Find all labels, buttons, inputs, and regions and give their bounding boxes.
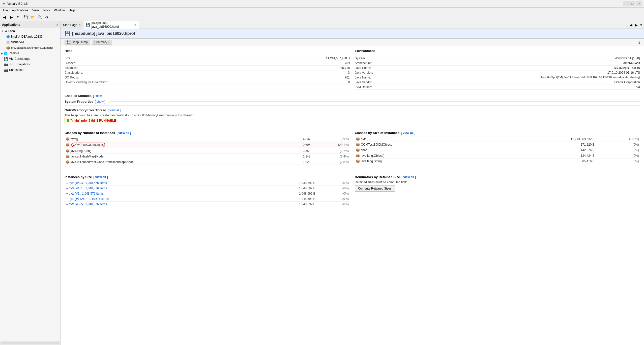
classes-by-size-title: Classes by Size of Instances: [355, 131, 399, 135]
breadcrumb-heap-dump[interactable]: 💾 Heap Dump: [65, 40, 90, 45]
menu-tools[interactable]: Tools: [41, 8, 52, 13]
menu-applications[interactable]: Applications: [10, 8, 30, 13]
inst-row4-size: 1,048,592 B: [244, 202, 316, 207]
inst-row3-pct: (0%): [316, 196, 350, 202]
table-row[interactable]: 📦byte[] 11,213,869,632 B (100%): [355, 136, 640, 142]
sidebar-item-vm-coredumps[interactable]: 💾 VM Coredumps: [0, 56, 60, 62]
jfr-icon: 📷: [4, 63, 8, 66]
row3-count: 1,242: [277, 154, 312, 159]
heap-section: Heap Size: 11,214,657,480 B Classes: 769: [65, 49, 350, 90]
summary-dropdown[interactable]: Summary ▾: [92, 40, 112, 45]
sidebar-item-intellij[interactable]: 🔷 IntelliJ IDEA (pid 10136): [0, 34, 60, 39]
sidebar-scrollbar[interactable]: [1, 342, 59, 344]
env-rows: System Windows 11 (10.0) Architecture: a…: [355, 56, 640, 90]
toolbar-save[interactable]: 💾: [22, 14, 29, 20]
minimize-button[interactable]: ─: [623, 1, 629, 6]
toolbar-settings[interactable]: ⚙: [43, 14, 50, 20]
toolbar-forward[interactable]: ▶: [8, 14, 15, 20]
tab-heapdump[interactable]: 💾 [heapdump] java_pid16020.hprof ×: [83, 21, 139, 29]
system-properties-link[interactable]: [ show ]: [95, 100, 105, 103]
classes-by-size-section: Classes by Size of Instances [ view all …: [355, 131, 640, 165]
content-body: Heap Size: 11,214,657,480 B Classes: 769: [61, 46, 644, 213]
title-bar-controls[interactable]: ─ □ ✕: [623, 1, 642, 6]
info-icon[interactable]: ℹ: [638, 40, 640, 45]
oom-thread-tag[interactable]: "main" prio=5 tid=1 RUNNABLE: [65, 118, 118, 123]
inst-row3-size: 1,048,592 B: [244, 196, 316, 202]
sidebar-item-visualvm[interactable]: ☕ VisualVM: [0, 39, 60, 45]
main-layout: Applications × ▼ 🖥 Local 🔷 IntelliJ IDEA…: [0, 21, 644, 345]
tab-nav-dropdown[interactable]: ▾: [639, 22, 643, 28]
content-header: 💾 [heapdump] java_pid16020.hprof: [61, 29, 644, 39]
expand-remote-arrow[interactable]: ▶: [1, 52, 3, 55]
table-row[interactable]: 📦java.util.HashMap$Node 1,242 (3.4%): [65, 154, 350, 159]
tab-start-page-close[interactable]: ×: [79, 23, 81, 27]
env-uptime-label: JVM Uptime:: [355, 85, 372, 89]
tab-heapdump-close[interactable]: ×: [134, 23, 136, 27]
table-row[interactable]: 📦 OOMTestSOOMObject 10,695 (29.1%): [65, 142, 350, 148]
heap-classloaders-row: Classloaders: 3: [65, 70, 350, 75]
sidebar-item-jetbrains[interactable]: 📦 org.jetbrains.jps.cmdline.Launcher: [0, 45, 60, 50]
toolbar-open[interactable]: 📂: [29, 14, 36, 20]
size-row1-count: 171,120 B: [498, 142, 596, 147]
toolbar-back[interactable]: ◀: [1, 14, 8, 20]
tab-nav-right[interactable]: ▶: [634, 22, 639, 28]
menu-file[interactable]: File: [1, 8, 10, 13]
table-row[interactable]: 📦java.util.concurrent.ConcurrentHashMap$…: [65, 159, 350, 165]
oom-thread-link[interactable]: [ view all ]: [108, 109, 121, 112]
table-row[interactable]: 📦java.lang.Object[] 124,424 B (0%): [355, 153, 640, 158]
toolbar-reload[interactable]: ⟳: [15, 14, 22, 20]
classes-by-number-title: Classes by Number of Instances: [65, 131, 115, 135]
tab-nav-left[interactable]: ◀: [629, 22, 633, 28]
instances-by-size-link[interactable]: [ view all ]: [93, 175, 108, 179]
system-properties-section: System Properties [ show ]: [65, 100, 640, 103]
table-row[interactable]: ▪▪byte[]#1 : 1,048,576 items 1,048,592 B…: [65, 191, 350, 196]
table-row[interactable]: ▪▪byte[]#181 : 1,048,576 items 1,048,592…: [65, 186, 350, 191]
tab-start-page[interactable]: Start Page ×: [61, 21, 83, 29]
enabled-modules-header[interactable]: Enabled Modules [ show ]: [65, 94, 640, 98]
table-row[interactable]: 📦byte[] 14,337 (39%): [65, 136, 350, 142]
table-row[interactable]: 📦java.lang.String 85,416 B (0%): [355, 158, 640, 164]
compute-retained-sizes-button[interactable]: Compute Retained Sizes: [355, 185, 395, 192]
toolbar-search[interactable]: 🔍: [36, 14, 43, 20]
sidebar-item-snapshots[interactable]: 📸 Snapshots: [0, 67, 60, 73]
classes-sections: Classes by Number of Instances [ view al…: [65, 128, 640, 168]
table-row[interactable]: 📦OOMTestSOOMObject 171,120 B (0%): [355, 142, 640, 147]
menu-view[interactable]: View: [30, 8, 41, 13]
sidebar-close-button[interactable]: ×: [56, 23, 58, 27]
system-properties-header[interactable]: System Properties [ show ]: [65, 100, 640, 103]
env-name-value: Java HotSpot(TM) 64-Bit Server VM (17.0.…: [540, 76, 640, 79]
app-title: VisualVM 2.1.8: [7, 2, 28, 6]
size-row1-name: OOMTestSOOMObject: [361, 143, 392, 146]
table-row[interactable]: ▪▪byte[]#1126 : 1,048,576 items 1,048,59…: [65, 196, 350, 202]
heap-pending-label: Objects Pending for Finalization:: [65, 81, 108, 84]
environment-section: Environment System Windows 11 (10.0) Arc…: [355, 49, 640, 90]
table-row[interactable]: 📦java.lang.String 3,559 (9.7%): [65, 148, 350, 154]
env-vendor-value: Oracle Corporation: [614, 81, 640, 84]
sidebar-visualvm-label: VisualVM: [11, 40, 24, 44]
sidebar-item-jfr-snapshots[interactable]: 📷 JFR Snapshots: [0, 62, 60, 67]
classes-by-number-link[interactable]: [ view all ]: [116, 131, 131, 135]
inst-row1-name: byte[]#181 : 1,048,576 items: [69, 187, 107, 190]
row1-pct: (29.1%): [311, 142, 350, 148]
sidebar-item-local[interactable]: ▼ 🖥 Local: [0, 28, 60, 34]
classes-by-size-link[interactable]: [ view all ]: [401, 131, 415, 135]
table-row[interactable]: ▪▪byte[]#504 : 1,048,576 items 1,048,592…: [65, 180, 350, 186]
row2-pct: (9.7%): [311, 148, 350, 154]
inst-icon-4: ▪▪: [66, 202, 68, 206]
sidebar-item-remote[interactable]: ▶ 🌐 Remote: [0, 50, 60, 56]
close-button[interactable]: ✕: [636, 1, 642, 6]
size-row2-icon: 📦: [356, 148, 360, 152]
sidebar-snapshots-label: Snapshots: [9, 68, 23, 72]
menu-window[interactable]: Window: [52, 8, 67, 13]
menu-help[interactable]: Help: [67, 8, 77, 13]
size-row0-count: 11,213,869,632 B: [498, 136, 596, 142]
dominators-link[interactable]: [ view all ]: [401, 175, 416, 179]
table-row[interactable]: 📦char[] 142,376 B (0%): [355, 147, 640, 153]
classes-by-number-section: Classes by Number of Instances [ view al…: [65, 131, 350, 165]
expand-local-arrow[interactable]: ▼: [1, 30, 4, 33]
table-row[interactable]: ▪▪byte[]#505 : 1,048,576 items 1,048,592…: [65, 202, 350, 207]
maximize-button[interactable]: □: [629, 1, 635, 6]
visualvm-icon: ☕: [6, 40, 10, 44]
enabled-modules-link[interactable]: [ show ]: [93, 94, 103, 98]
sidebar-intellij-label: IntelliJ IDEA (pid 10136): [11, 35, 44, 38]
